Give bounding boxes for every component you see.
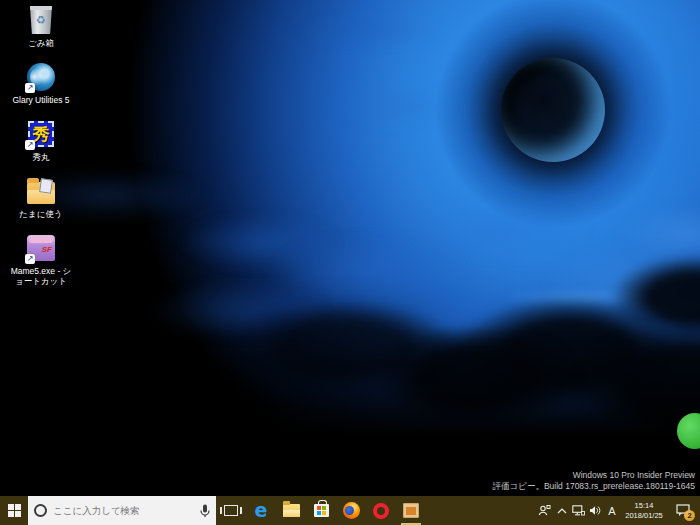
ime-indicator[interactable]: A <box>604 496 620 525</box>
cloud <box>410 200 590 260</box>
cloud <box>325 85 455 127</box>
desktop: ♻ ごみ箱 ↗ Glary Utilities 5 秀 ↗ 秀丸 たまに使う S… <box>0 0 700 525</box>
start-button[interactable] <box>0 496 28 525</box>
desktop-icon-column: ♻ ごみ箱 ↗ Glary Utilities 5 秀 ↗ 秀丸 たまに使う S… <box>8 4 74 286</box>
tray-overflow-button[interactable] <box>553 496 570 525</box>
people-button[interactable] <box>536 496 553 525</box>
task-view-icon <box>224 505 238 516</box>
taskbar-edge-button[interactable]: e <box>246 496 276 525</box>
taskbar-store-button[interactable] <box>306 496 336 525</box>
people-icon <box>538 504 551 517</box>
cloud <box>295 15 445 47</box>
microphone-icon[interactable] <box>200 504 210 518</box>
opera-icon <box>373 503 389 519</box>
taskbar-running-app-button[interactable] <box>396 496 426 525</box>
desktop-icon-label: Mame5.exe - ショートカット <box>9 266 73 286</box>
taskbar-opera-button[interactable] <box>366 496 396 525</box>
insider-watermark: Windows 10 Pro Insider Preview 評価コピー。Bui… <box>493 470 695 492</box>
tray-clock[interactable]: 15:14 2018/01/25 <box>620 501 668 521</box>
recycle-bin-icon: ♻ <box>29 6 53 34</box>
taskbar: e <box>0 496 700 525</box>
shortcut-arrow-icon: ↗ <box>25 140 35 150</box>
file-explorer-icon <box>283 504 300 517</box>
windows-logo-icon <box>8 504 21 517</box>
microsoft-store-icon <box>314 504 329 517</box>
volume-button[interactable] <box>587 496 604 525</box>
moon <box>501 58 605 162</box>
network-icon <box>572 505 585 516</box>
shortcut-arrow-icon: ↗ <box>25 83 35 93</box>
system-tray: A 15:14 2018/01/25 2 <box>536 496 700 525</box>
taskbar-search-box[interactable] <box>28 496 216 525</box>
firefox-icon <box>343 502 360 519</box>
shortcut-arrow-icon: ↗ <box>25 254 35 264</box>
desktop-icon-recycle-bin[interactable]: ♻ ごみ箱 <box>8 4 74 48</box>
task-view-button[interactable] <box>216 496 246 525</box>
watermark-line2: 評価コピー。Build 17083.rs_prerelease.180119-1… <box>493 481 695 492</box>
taskbar-firefox-button[interactable] <box>336 496 366 525</box>
taskbar-file-explorer-button[interactable] <box>276 496 306 525</box>
notification-badge: 2 <box>684 510 695 521</box>
search-input[interactable] <box>53 505 194 516</box>
wallpaper <box>0 0 700 496</box>
cortana-icon <box>34 504 47 517</box>
desktop-icon-label: Glary Utilities 5 <box>12 95 69 105</box>
clock-time: 15:14 <box>635 501 654 511</box>
watermark-line1: Windows 10 Pro Insider Preview <box>493 470 695 481</box>
desktop-icon-folder-tamani-tsukau[interactable]: たまに使う <box>8 175 74 219</box>
desktop-icon-label: たまに使う <box>19 209 62 219</box>
desktop-icon-label: ごみ箱 <box>28 38 54 48</box>
network-button[interactable] <box>570 496 587 525</box>
action-center-button[interactable]: 2 <box>668 496 698 525</box>
folder-icon <box>27 182 55 204</box>
chevron-up-icon <box>557 508 567 514</box>
edge-icon: e <box>255 501 268 520</box>
desktop-icon-label: 秀丸 <box>33 152 50 162</box>
desktop-icon-mame5-shortcut[interactable]: SF ↗ Mame5.exe - ショートカット <box>8 232 74 286</box>
desktop-icon-glary-utilities[interactable]: ↗ Glary Utilities 5 <box>8 61 74 105</box>
speaker-icon <box>589 505 602 516</box>
running-app-icon <box>403 503 419 518</box>
desktop-icon-hidemaru[interactable]: 秀 ↗ 秀丸 <box>8 118 74 162</box>
clock-date: 2018/01/25 <box>625 511 663 521</box>
